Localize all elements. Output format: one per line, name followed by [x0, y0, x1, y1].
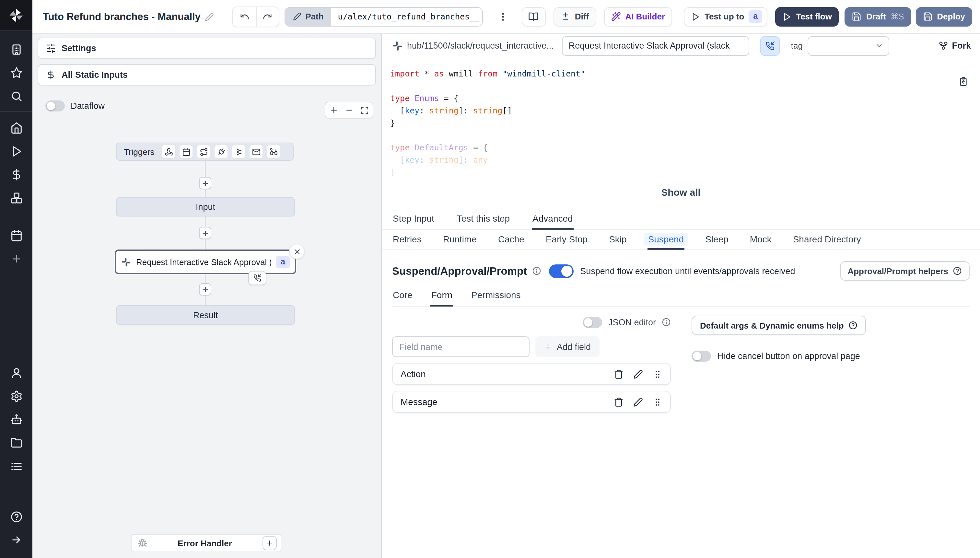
tag-select[interactable]	[808, 36, 890, 56]
all-static-inputs-label: All Static Inputs	[62, 70, 128, 80]
step-tab[interactable]: Step Input	[392, 209, 435, 230]
draft-save-button[interactable]: Draft⌘S	[845, 7, 911, 26]
resources-icon[interactable]	[0, 186, 33, 209]
all-static-inputs-row[interactable]: All Static Inputs	[38, 64, 376, 85]
remove-step-button[interactable]	[289, 244, 305, 259]
insert-step-button[interactable]	[199, 227, 211, 239]
user-icon[interactable]	[0, 361, 33, 384]
dataflow-toggle[interactable]	[45, 100, 65, 112]
favorites-star-icon[interactable]	[0, 61, 33, 84]
flow-settings-row[interactable]: Settings	[38, 38, 376, 59]
edit-title-pencil-icon[interactable]	[205, 12, 214, 21]
hub-script-path[interactable]: hub/11500/slack/request_interactive...	[407, 41, 554, 51]
test-flow-button[interactable]: Test flow	[775, 7, 839, 26]
add-icon[interactable]	[0, 247, 33, 270]
docs-book-button[interactable]	[522, 7, 546, 26]
form-field-row[interactable]: Action	[392, 363, 671, 385]
advanced-subtab[interactable]: Early Stop	[545, 230, 588, 250]
insert-step-button[interactable]	[199, 283, 211, 295]
drag-handle-icon[interactable]	[653, 397, 662, 407]
insert-step-button[interactable]	[199, 177, 211, 189]
result-node[interactable]: Result	[116, 305, 295, 325]
code-editor[interactable]: import * as wmill from "windmill-client"…	[382, 58, 980, 209]
advanced-subtab[interactable]: Mock	[749, 230, 772, 250]
edge-line	[205, 295, 205, 305]
step-summary-input[interactable]	[562, 36, 750, 56]
paste-clipboard-icon[interactable]	[958, 77, 969, 89]
slack-approval-step-node[interactable]: Request Interactive Slack Approval (... …	[115, 249, 296, 274]
workspace-icon[interactable]	[0, 38, 33, 61]
delete-field-icon[interactable]	[614, 369, 624, 379]
kafka-trigger-icon[interactable]	[231, 144, 246, 159]
audit-logs-icon[interactable]	[0, 454, 33, 478]
help-icon[interactable]	[0, 505, 33, 528]
sliders-icon	[46, 43, 56, 53]
input-node[interactable]: Input	[116, 197, 295, 217]
runs-icon[interactable]	[0, 140, 33, 162]
advanced-subtab[interactable]: Runtime	[442, 230, 478, 250]
advanced-subtab[interactable]: Retries	[392, 230, 422, 250]
expand-sidebar-icon[interactable]	[0, 528, 33, 551]
diff-button[interactable]: Diff	[553, 7, 596, 26]
plus-icon	[544, 343, 552, 351]
scheduled-poll-trigger-icon[interactable]	[266, 144, 281, 159]
zoom-out-icon[interactable]	[345, 106, 354, 115]
windmill-logo[interactable]	[0, 0, 33, 31]
fit-view-icon[interactable]	[360, 106, 369, 114]
advanced-subtab[interactable]: Sleep	[704, 230, 729, 250]
suspend-caption: Suspend flow execution until events/appr…	[580, 266, 795, 276]
suspend-indicator-button[interactable]	[761, 36, 780, 56]
advanced-subtab[interactable]: Shared Directory	[792, 230, 862, 250]
step-tab[interactable]: Advanced	[532, 209, 574, 230]
advanced-subtab[interactable]: Cache	[497, 230, 525, 250]
home-icon[interactable]	[0, 116, 33, 140]
delete-field-icon[interactable]	[614, 397, 624, 407]
more-options-kebab-icon[interactable]	[496, 11, 510, 22]
path-control[interactable]: Path u/alex/tuto_refund_branches__	[284, 7, 483, 26]
show-all-button[interactable]: Show all	[661, 187, 701, 198]
suspend-title: Suspend/Approval/Prompt	[392, 265, 527, 277]
edit-field-icon[interactable]	[633, 369, 643, 379]
path-value[interactable]: u/alex/tuto_refund_branches__	[332, 7, 482, 26]
approval-prompt-helpers-button[interactable]: Approval/Prompt helpers	[840, 261, 970, 281]
advanced-subtab[interactable]: Skip	[608, 230, 627, 250]
ai-builder-button[interactable]: AI Builder	[604, 7, 672, 26]
deploy-button[interactable]: Deploy	[916, 7, 972, 26]
form-field-row[interactable]: Message	[392, 391, 671, 413]
suspend-inner-tab[interactable]: Core	[392, 290, 413, 307]
webhook-trigger-icon[interactable]	[161, 144, 176, 159]
error-handler-node[interactable]: Error Handler	[131, 534, 281, 552]
email-trigger-icon[interactable]	[249, 144, 263, 159]
add-error-handler-button[interactable]	[263, 536, 277, 550]
info-icon[interactable]	[662, 318, 671, 327]
drag-handle-icon[interactable]	[653, 369, 662, 379]
suspend-enabled-toggle[interactable]	[549, 264, 574, 278]
schedule-trigger-icon[interactable]	[179, 144, 193, 159]
info-icon[interactable]	[532, 266, 541, 276]
settings-gear-icon[interactable]	[0, 384, 33, 408]
hide-cancel-toggle[interactable]	[691, 351, 711, 362]
test-up-to-button[interactable]: Test up toa	[684, 7, 767, 26]
test-up-to-step-badge: a	[749, 10, 762, 23]
edit-field-icon[interactable]	[633, 397, 643, 407]
variables-icon[interactable]	[0, 162, 33, 186]
http-route-trigger-icon[interactable]	[196, 144, 211, 159]
suspend-inner-tab[interactable]: Form	[431, 290, 453, 307]
undo-button[interactable]	[233, 7, 256, 26]
schedules-icon[interactable]	[0, 223, 33, 247]
step-tab[interactable]: Test this step	[456, 209, 511, 230]
default-args-help-button[interactable]: Default args & Dynamic enums help	[691, 316, 866, 335]
json-editor-toggle[interactable]	[583, 317, 602, 328]
fork-button[interactable]: Fork	[938, 41, 971, 51]
websocket-trigger-icon[interactable]	[214, 144, 228, 159]
search-icon[interactable]	[0, 84, 33, 108]
suspend-inner-tab[interactable]: Permissions	[471, 290, 522, 307]
zoom-in-icon[interactable]	[329, 106, 338, 115]
triggers-node[interactable]: Triggers	[116, 143, 294, 161]
add-field-button[interactable]: Add field	[535, 336, 599, 357]
workers-bot-icon[interactable]	[0, 408, 33, 431]
advanced-subtab[interactable]: Suspend	[647, 230, 685, 250]
field-name-input[interactable]	[392, 336, 530, 357]
redo-button[interactable]	[256, 7, 279, 26]
folders-icon[interactable]	[0, 431, 33, 454]
